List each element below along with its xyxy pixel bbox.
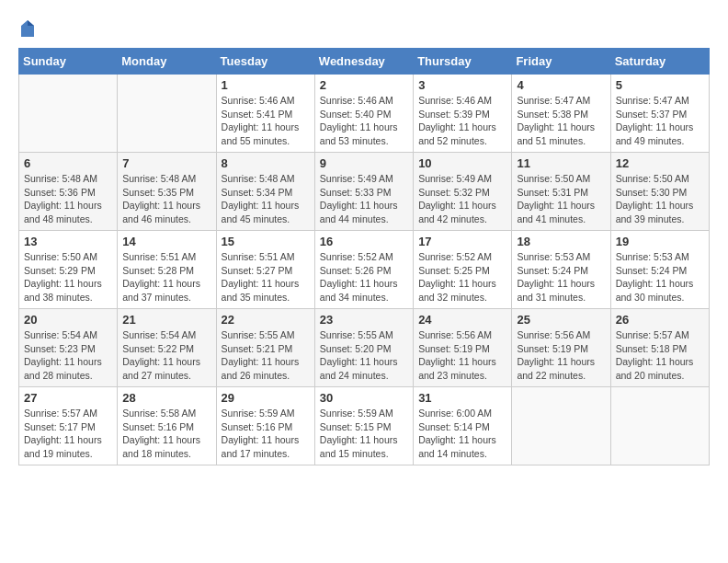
day-cell: 16Sunrise: 5:52 AM Sunset: 5:26 PM Dayli… bbox=[314, 231, 413, 309]
day-info: Sunrise: 5:50 AM Sunset: 5:30 PM Dayligh… bbox=[616, 172, 704, 226]
day-info: Sunrise: 5:52 AM Sunset: 5:26 PM Dayligh… bbox=[320, 250, 408, 304]
day-number: 1 bbox=[222, 78, 310, 92]
column-header-sunday: Sunday bbox=[19, 49, 118, 75]
day-cell: 23Sunrise: 5:55 AM Sunset: 5:20 PM Dayli… bbox=[314, 309, 413, 387]
week-row-3: 13Sunrise: 5:50 AM Sunset: 5:29 PM Dayli… bbox=[19, 231, 710, 309]
calendar-table: SundayMondayTuesdayWednesdayThursdayFrid… bbox=[18, 48, 710, 465]
day-info: Sunrise: 5:56 AM Sunset: 5:19 PM Dayligh… bbox=[418, 328, 506, 383]
logo bbox=[18, 18, 37, 39]
day-number: 30 bbox=[320, 391, 408, 405]
week-row-1: 1Sunrise: 5:46 AM Sunset: 5:41 PM Daylig… bbox=[19, 75, 710, 153]
day-cell: 15Sunrise: 5:51 AM Sunset: 5:27 PM Dayli… bbox=[216, 231, 314, 309]
day-number: 15 bbox=[222, 235, 310, 248]
day-cell: 28Sunrise: 5:58 AM Sunset: 5:16 PM Dayli… bbox=[118, 387, 216, 465]
day-cell: 11Sunrise: 5:50 AM Sunset: 5:31 PM Dayli… bbox=[512, 153, 610, 231]
day-cell: 20Sunrise: 5:54 AM Sunset: 5:23 PM Dayli… bbox=[19, 309, 118, 387]
calendar-header-row: SundayMondayTuesdayWednesdayThursdayFrid… bbox=[19, 49, 710, 75]
day-info: Sunrise: 5:57 AM Sunset: 5:18 PM Dayligh… bbox=[616, 328, 704, 383]
day-info: Sunrise: 5:46 AM Sunset: 5:41 PM Dayligh… bbox=[222, 94, 310, 148]
day-info: Sunrise: 5:51 AM Sunset: 5:27 PM Dayligh… bbox=[222, 250, 310, 304]
day-info: Sunrise: 5:47 AM Sunset: 5:38 PM Dayligh… bbox=[517, 94, 605, 148]
day-number: 21 bbox=[122, 313, 210, 327]
day-number: 18 bbox=[517, 235, 605, 248]
day-number: 17 bbox=[418, 235, 506, 248]
day-info: Sunrise: 5:49 AM Sunset: 5:33 PM Dayligh… bbox=[320, 172, 408, 226]
day-cell: 17Sunrise: 5:52 AM Sunset: 5:25 PM Dayli… bbox=[414, 231, 512, 309]
day-number: 22 bbox=[222, 313, 310, 327]
week-row-4: 20Sunrise: 5:54 AM Sunset: 5:23 PM Dayli… bbox=[19, 309, 710, 387]
day-number: 14 bbox=[122, 235, 210, 248]
day-cell: 12Sunrise: 5:50 AM Sunset: 5:30 PM Dayli… bbox=[610, 153, 709, 231]
column-header-monday: Monday bbox=[118, 49, 216, 75]
day-number: 13 bbox=[24, 235, 112, 248]
day-number: 4 bbox=[517, 78, 605, 92]
day-info: Sunrise: 5:48 AM Sunset: 5:35 PM Dayligh… bbox=[122, 172, 210, 226]
day-cell: 10Sunrise: 5:49 AM Sunset: 5:32 PM Dayli… bbox=[414, 153, 512, 231]
day-number: 10 bbox=[418, 156, 506, 170]
calendar-body: 1Sunrise: 5:46 AM Sunset: 5:41 PM Daylig… bbox=[19, 75, 710, 465]
day-cell bbox=[610, 387, 709, 465]
day-cell: 22Sunrise: 5:55 AM Sunset: 5:21 PM Dayli… bbox=[216, 309, 314, 387]
day-number: 26 bbox=[616, 313, 704, 327]
day-info: Sunrise: 5:54 AM Sunset: 5:22 PM Dayligh… bbox=[122, 328, 210, 383]
day-number: 19 bbox=[616, 235, 704, 248]
day-number: 20 bbox=[24, 313, 112, 327]
day-info: Sunrise: 5:57 AM Sunset: 5:17 PM Dayligh… bbox=[24, 407, 112, 461]
day-cell: 5Sunrise: 5:47 AM Sunset: 5:37 PM Daylig… bbox=[610, 75, 709, 153]
day-info: Sunrise: 5:55 AM Sunset: 5:21 PM Dayligh… bbox=[222, 328, 310, 383]
day-cell: 18Sunrise: 5:53 AM Sunset: 5:24 PM Dayli… bbox=[512, 231, 610, 309]
day-info: Sunrise: 5:47 AM Sunset: 5:37 PM Dayligh… bbox=[616, 94, 704, 148]
day-cell: 2Sunrise: 5:46 AM Sunset: 5:40 PM Daylig… bbox=[314, 75, 413, 153]
day-number: 24 bbox=[418, 313, 506, 327]
day-cell: 1Sunrise: 5:46 AM Sunset: 5:41 PM Daylig… bbox=[216, 75, 314, 153]
day-number: 29 bbox=[222, 391, 310, 405]
logo-icon bbox=[19, 18, 36, 39]
day-info: Sunrise: 5:50 AM Sunset: 5:29 PM Dayligh… bbox=[24, 250, 112, 304]
column-header-wednesday: Wednesday bbox=[314, 49, 413, 75]
day-info: Sunrise: 5:52 AM Sunset: 5:25 PM Dayligh… bbox=[418, 250, 506, 304]
page-header bbox=[18, 18, 710, 39]
column-header-friday: Friday bbox=[512, 49, 610, 75]
day-cell: 9Sunrise: 5:49 AM Sunset: 5:33 PM Daylig… bbox=[314, 153, 413, 231]
day-number: 2 bbox=[320, 78, 408, 92]
day-cell: 8Sunrise: 5:48 AM Sunset: 5:34 PM Daylig… bbox=[216, 153, 314, 231]
day-info: Sunrise: 5:48 AM Sunset: 5:36 PM Dayligh… bbox=[24, 172, 112, 226]
day-number: 5 bbox=[616, 78, 704, 92]
day-info: Sunrise: 5:59 AM Sunset: 5:15 PM Dayligh… bbox=[320, 407, 408, 461]
day-cell bbox=[512, 387, 610, 465]
day-cell: 6Sunrise: 5:48 AM Sunset: 5:36 PM Daylig… bbox=[19, 153, 118, 231]
day-number: 28 bbox=[122, 391, 210, 405]
day-info: Sunrise: 5:46 AM Sunset: 5:39 PM Dayligh… bbox=[418, 94, 506, 148]
day-cell: 14Sunrise: 5:51 AM Sunset: 5:28 PM Dayli… bbox=[118, 231, 216, 309]
day-info: Sunrise: 5:54 AM Sunset: 5:23 PM Dayligh… bbox=[24, 328, 112, 383]
day-cell: 24Sunrise: 5:56 AM Sunset: 5:19 PM Dayli… bbox=[414, 309, 512, 387]
day-number: 9 bbox=[320, 156, 408, 170]
day-info: Sunrise: 5:49 AM Sunset: 5:32 PM Dayligh… bbox=[418, 172, 506, 226]
day-cell: 7Sunrise: 5:48 AM Sunset: 5:35 PM Daylig… bbox=[118, 153, 216, 231]
week-row-5: 27Sunrise: 5:57 AM Sunset: 5:17 PM Dayli… bbox=[19, 387, 710, 465]
day-info: Sunrise: 5:53 AM Sunset: 5:24 PM Dayligh… bbox=[517, 250, 605, 304]
day-number: 3 bbox=[418, 78, 506, 92]
day-info: Sunrise: 5:51 AM Sunset: 5:28 PM Dayligh… bbox=[122, 250, 210, 304]
day-info: Sunrise: 5:56 AM Sunset: 5:19 PM Dayligh… bbox=[517, 328, 605, 383]
column-header-saturday: Saturday bbox=[610, 49, 709, 75]
day-info: Sunrise: 5:46 AM Sunset: 5:40 PM Dayligh… bbox=[320, 94, 408, 148]
day-number: 16 bbox=[320, 235, 408, 248]
day-number: 25 bbox=[517, 313, 605, 327]
day-cell: 19Sunrise: 5:53 AM Sunset: 5:24 PM Dayli… bbox=[610, 231, 709, 309]
day-number: 12 bbox=[616, 156, 704, 170]
day-cell: 27Sunrise: 5:57 AM Sunset: 5:17 PM Dayli… bbox=[19, 387, 118, 465]
day-number: 31 bbox=[418, 391, 506, 405]
day-cell: 13Sunrise: 5:50 AM Sunset: 5:29 PM Dayli… bbox=[19, 231, 118, 309]
day-cell bbox=[118, 75, 216, 153]
day-info: Sunrise: 5:50 AM Sunset: 5:31 PM Dayligh… bbox=[517, 172, 605, 226]
day-info: Sunrise: 5:48 AM Sunset: 5:34 PM Dayligh… bbox=[222, 172, 310, 226]
day-cell: 21Sunrise: 5:54 AM Sunset: 5:22 PM Dayli… bbox=[118, 309, 216, 387]
day-number: 23 bbox=[320, 313, 408, 327]
day-number: 8 bbox=[222, 156, 310, 170]
day-number: 11 bbox=[517, 156, 605, 170]
day-info: Sunrise: 5:58 AM Sunset: 5:16 PM Dayligh… bbox=[122, 407, 210, 461]
day-info: Sunrise: 5:53 AM Sunset: 5:24 PM Dayligh… bbox=[616, 250, 704, 304]
day-cell: 3Sunrise: 5:46 AM Sunset: 5:39 PM Daylig… bbox=[414, 75, 512, 153]
day-cell: 4Sunrise: 5:47 AM Sunset: 5:38 PM Daylig… bbox=[512, 75, 610, 153]
